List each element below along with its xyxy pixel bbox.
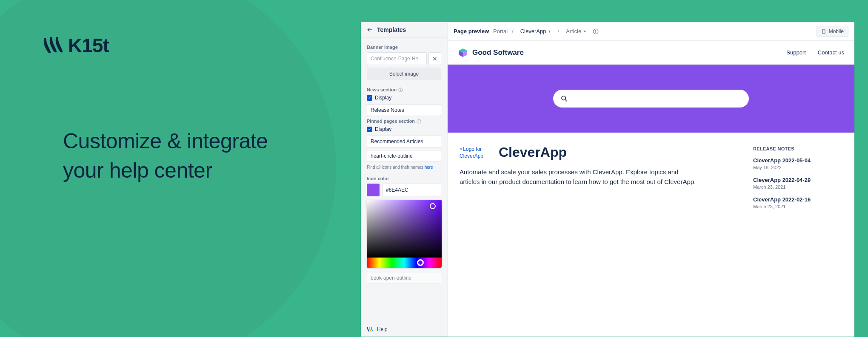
sidebar-header: Templates — [361, 22, 447, 38]
mobile-icon — [821, 28, 826, 34]
marketing-headline: Customize & integrate your help center — [63, 127, 268, 185]
breadcrumb-app-dropdown[interactable]: CleverApp ▾ — [518, 26, 554, 36]
page-description: Automate and scale your sales processes … — [460, 167, 698, 187]
recommended-articles-field[interactable]: Recommended Articles — [367, 136, 441, 147]
info-icon[interactable] — [417, 119, 421, 124]
logo-placeholder: ▫ Logo for CleverApp — [460, 145, 493, 159]
news-section-label: News section — [367, 87, 441, 92]
hero-banner — [448, 65, 854, 133]
banner-image-input[interactable]: Confluence-Page-He — [367, 52, 427, 65]
svg-point-5 — [400, 88, 401, 89]
icons-hint: Find all icons and their names here — [367, 164, 441, 170]
saturation-panel[interactable] — [367, 200, 442, 258]
checkbox-checked-icon: ✓ — [367, 127, 372, 132]
page-title: CleverApp — [499, 144, 567, 160]
release-note-title: CleverApp 2022-02-16 — [753, 196, 840, 203]
release-note-title: CleverApp 2022-05-04 — [753, 157, 840, 164]
release-note-item[interactable]: CleverApp 2022-02-16March 23, 2021 — [753, 196, 840, 209]
info-icon[interactable] — [593, 28, 599, 34]
content-main: ▫ Logo for CleverApp CleverApp Automate … — [460, 144, 743, 216]
help-label: Help — [377, 326, 388, 332]
release-note-item[interactable]: CleverApp 2022-04-29March 23, 2021 — [753, 177, 840, 190]
sidebar-title: Templates — [377, 26, 406, 33]
color-picker[interactable] — [367, 200, 442, 268]
chevron-down-icon: ▾ — [548, 29, 551, 34]
sidebar-footer[interactable]: Help — [361, 322, 447, 337]
nav-link-support[interactable]: Support — [786, 49, 806, 56]
svg-point-8 — [419, 120, 419, 120]
brand-lockup: K15t — [43, 34, 109, 57]
mobile-toggle-button[interactable]: Mobile — [817, 26, 848, 37]
breadcrumb-article-dropdown[interactable]: Article ▾ — [563, 26, 588, 36]
chevron-down-icon: ▾ — [584, 29, 586, 34]
release-note-date: March 23, 2021 — [753, 204, 840, 209]
hue-handle-icon[interactable] — [417, 259, 424, 266]
news-display-toggle[interactable]: ✓ Display — [367, 95, 441, 101]
release-notes-heading: RELEASE NOTES — [753, 146, 840, 151]
icons-hint-link[interactable]: here — [425, 165, 433, 170]
book-icon-field[interactable]: book-open-outline — [367, 272, 441, 284]
breadcrumb-portal[interactable]: Portal — [493, 28, 508, 34]
sidebar-body: Banner image Confluence-Page-He Select i… — [361, 38, 447, 322]
broken-image-icon: ▫ — [460, 145, 462, 152]
sidebar: Templates Banner image Confluence-Page-H… — [361, 22, 448, 337]
svg-line-18 — [565, 99, 567, 101]
saturation-handle-icon[interactable] — [430, 203, 436, 209]
page-content: ▫ Logo for CleverApp CleverApp Automate … — [448, 133, 854, 228]
release-note-title: CleverApp 2022-04-29 — [753, 177, 840, 183]
help-icon — [367, 326, 374, 332]
release-notes-sidebar: RELEASE NOTES CleverApp 2022-05-04May 18… — [753, 144, 842, 216]
heart-icon-field[interactable]: heart-circle-outline — [367, 150, 441, 162]
color-hex-input[interactable]: #8E4AEC — [382, 184, 441, 196]
nav-link-contact[interactable]: Contact us — [818, 49, 844, 56]
icon-color-label: Icon color — [367, 176, 441, 181]
site-logo-icon — [458, 48, 468, 58]
preview-pane: Page preview Portal / CleverApp ▾ / Arti… — [448, 22, 854, 337]
page-preview-label: Page preview — [454, 28, 489, 34]
site-header: Good Software Support Contact us — [448, 41, 854, 65]
preview-topbar: Page preview Portal / CleverApp ▾ / Arti… — [448, 22, 854, 41]
banner-image-label: Banner image — [367, 45, 441, 50]
banner-clear-button[interactable] — [428, 52, 441, 65]
hue-slider[interactable] — [367, 258, 442, 268]
pinned-pages-label: Pinned pages section — [367, 119, 441, 124]
info-icon[interactable] — [398, 88, 403, 92]
site-name: Good Software — [472, 48, 524, 57]
brand-name: K15t — [68, 34, 109, 57]
release-note-item[interactable]: CleverApp 2022-05-04May 18, 2022 — [753, 157, 840, 170]
checkbox-checked-icon: ✓ — [367, 95, 372, 101]
release-note-date: May 18, 2022 — [753, 165, 840, 170]
svg-point-11 — [596, 30, 596, 30]
pinned-display-toggle[interactable]: ✓ Display — [367, 126, 441, 132]
select-image-button[interactable]: Select image — [367, 68, 441, 80]
brand-logo-icon — [43, 36, 64, 55]
release-note-date: March 23, 2021 — [753, 184, 840, 190]
search-icon — [561, 95, 568, 102]
search-input[interactable] — [553, 90, 749, 108]
release-notes-field[interactable]: Release Notes — [367, 104, 441, 116]
app-window: Templates Banner image Confluence-Page-H… — [361, 22, 854, 337]
color-swatch[interactable] — [367, 184, 380, 196]
back-arrow-icon[interactable] — [367, 27, 373, 33]
